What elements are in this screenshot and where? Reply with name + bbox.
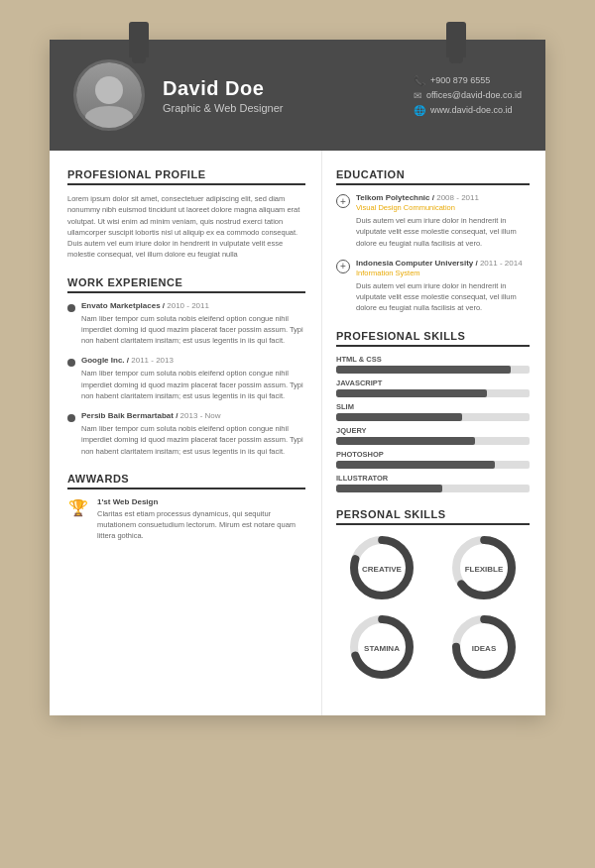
work-bullet: [67, 304, 75, 312]
skill-bars: HTML & CSS JAVASCRIPT SLIM JQUERY PHOTOS…: [336, 355, 530, 492]
pro-skills-title: PROFESIONAL SKILLS: [336, 330, 530, 347]
svg-text:STAMINA: STAMINA: [364, 644, 400, 653]
award-item: 🏆 1'st Web Design Claritas est etiam pro…: [67, 497, 305, 542]
skill-item: JAVASCRIPT: [336, 379, 530, 397]
profile-text: Lorem ipsum dolor sit amet, consectetuer…: [67, 193, 305, 261]
website-text: www.david-doe.co.id: [430, 105, 513, 115]
personal-skills-section: PERSONAL SKILLS CREATIVE FLEXIBLE STAMIN…: [336, 508, 530, 682]
skill-item: JQUERY: [336, 426, 530, 445]
skill-label: HTML & CSS: [336, 355, 530, 364]
edu-item: + Telkom Polytechnic / 2008 - 2011 Visua…: [336, 193, 530, 249]
skill-label: JQUERY: [336, 426, 530, 435]
skill-bar-fill: [336, 389, 487, 397]
profile-section: PROFESIONAL PROFILE Lorem ipsum dolor si…: [67, 168, 305, 261]
work-desc: Nam liber tempor cum soluta nobis eleife…: [81, 313, 305, 347]
skill-bar-bg: [336, 413, 530, 421]
candidate-name: David Doe: [163, 77, 396, 100]
work-bullet: [67, 414, 75, 422]
personal-skills-title: PERSONAL SKILLS: [336, 508, 530, 525]
skill-item: ILLUSTRATOR: [336, 474, 530, 492]
education-title: EDUCATION: [336, 168, 530, 185]
edu-school: Indonesia Computer University / 2011 - 2…: [356, 259, 530, 268]
work-years: 2011 - 2013: [131, 356, 174, 365]
edu-years: 2011 - 2014: [480, 259, 523, 268]
work-bullet: [67, 359, 75, 367]
work-item: Envato Marketplaces / 2010 - 2011 Nam li…: [67, 301, 305, 347]
phone-icon: 📞: [414, 75, 425, 86]
work-section: WORK EXPERIENCE Envato Marketplaces / 20…: [67, 276, 305, 457]
donut-item: STAMINA: [336, 612, 428, 682]
awards-title: AWWARDS: [67, 473, 305, 489]
edu-school: Telkom Polytechnic / 2008 - 2011: [356, 193, 530, 202]
skill-bar-bg: [336, 389, 530, 397]
work-items: Envato Marketplaces / 2010 - 2011 Nam li…: [67, 301, 305, 457]
work-desc: Nam liber tempor cum soluta nobis eleife…: [81, 368, 305, 401]
email-item: ✉ offices@david-doe.co.id: [414, 90, 522, 101]
skill-bar-fill: [336, 413, 462, 421]
skill-label: ILLUSTRATOR: [336, 474, 530, 483]
skill-bar-bg: [336, 366, 530, 374]
page-wrapper: David Doe Graphic & Web Designer 📞 +900 …: [50, 40, 545, 715]
work-content: Persib Baik Bermartabat / 2013 - Now Nam…: [81, 411, 305, 457]
donut-item: CREATIVE: [336, 533, 428, 602]
work-desc: Nam liber tempor cum soluta nobis eleife…: [81, 423, 305, 457]
svg-text:FLEXIBLE: FLEXIBLE: [464, 565, 503, 574]
work-company: Google Inc. / 2011 - 2013: [81, 356, 305, 365]
pro-skills-section: PROFESIONAL SKILLS HTML & CSS JAVASCRIPT…: [336, 330, 530, 492]
trophy-icon-wrap: 🏆: [67, 497, 89, 519]
award-title: 1'st Web Design: [97, 497, 305, 506]
edu-item: + Indonesia Computer University / 2011 -…: [336, 259, 530, 314]
edu-content: Telkom Polytechnic / 2008 - 2011 Visual …: [356, 193, 530, 249]
skill-bar-bg: [336, 485, 530, 492]
education-section: EDUCATION + Telkom Polytechnic / 2008 - …: [336, 168, 530, 314]
phone-text: +900 879 6555: [430, 75, 490, 85]
skill-item: SLIM: [336, 402, 530, 421]
header-contact: 📞 +900 879 6555 ✉ offices@david-doe.co.i…: [414, 75, 522, 116]
clip-left: [129, 22, 149, 57]
awards-section: AWWARDS 🏆 1'st Web Design Claritas est e…: [67, 473, 305, 542]
work-item: Google Inc. / 2011 - 2013 Nam liber temp…: [67, 356, 305, 401]
web-icon: 🌐: [414, 105, 425, 116]
skill-bar-fill: [336, 461, 495, 469]
avatar: [73, 59, 145, 131]
work-years: 2013 - Now: [180, 411, 221, 420]
skill-label: SLIM: [336, 402, 530, 411]
work-company: Envato Marketplaces / 2010 - 2011: [81, 301, 305, 310]
edu-desc: Duis autem vel eum iriure dolor in hendr…: [356, 215, 530, 249]
header-info: David Doe Graphic & Web Designer: [163, 77, 396, 114]
skill-bar-bg: [336, 437, 530, 445]
work-content: Envato Marketplaces / 2010 - 2011 Nam li…: [81, 301, 305, 347]
clip-right: [446, 22, 466, 57]
skill-bar-fill: [336, 366, 511, 374]
edu-plus-icon: +: [336, 194, 350, 208]
award-content: 1'st Web Design Claritas est etiam proce…: [97, 497, 305, 542]
edu-years: 2008 - 2011: [436, 193, 479, 202]
email-text: offices@david-doe.co.id: [426, 90, 522, 100]
awards-items: 🏆 1'st Web Design Claritas est etiam pro…: [67, 497, 305, 542]
svg-text:CREATIVE: CREATIVE: [362, 565, 403, 574]
resume-body: PROFESIONAL PROFILE Lorem ipsum dolor si…: [50, 151, 545, 715]
edu-content: Indonesia Computer University / 2011 - 2…: [356, 259, 530, 314]
skill-bar-bg: [336, 461, 530, 469]
skill-bar-fill: [336, 485, 442, 492]
resume-header: David Doe Graphic & Web Designer 📞 +900 …: [50, 40, 545, 151]
work-company: Persib Baik Bermartabat / 2013 - Now: [81, 411, 305, 420]
edu-major: Visual Design Communication: [356, 203, 530, 212]
work-title: WORK EXPERIENCE: [67, 276, 305, 293]
donut-grid: CREATIVE FLEXIBLE STAMINA IDEAS: [336, 533, 530, 682]
work-item: Persib Baik Bermartabat / 2013 - Now Nam…: [67, 411, 305, 457]
skill-item: HTML & CSS: [336, 355, 530, 374]
skill-label: PHOTOSHOP: [336, 450, 530, 459]
left-column: PROFESIONAL PROFILE Lorem ipsum dolor si…: [50, 151, 322, 715]
edu-desc: Duis autem vel eum iriure dolor in hendr…: [356, 280, 530, 314]
phone-item: 📞 +900 879 6555: [414, 75, 490, 86]
skill-item: PHOTOSHOP: [336, 450, 530, 469]
skill-bar-fill: [336, 437, 475, 445]
edu-items: + Telkom Polytechnic / 2008 - 2011 Visua…: [336, 193, 530, 314]
profile-title: PROFESIONAL PROFILE: [67, 168, 305, 185]
work-content: Google Inc. / 2011 - 2013 Nam liber temp…: [81, 356, 305, 401]
work-years: 2010 - 2011: [167, 301, 209, 310]
skill-label: JAVASCRIPT: [336, 379, 530, 387]
donut-chart: CREATIVE: [347, 533, 416, 602]
resume: David Doe Graphic & Web Designer 📞 +900 …: [50, 40, 545, 715]
